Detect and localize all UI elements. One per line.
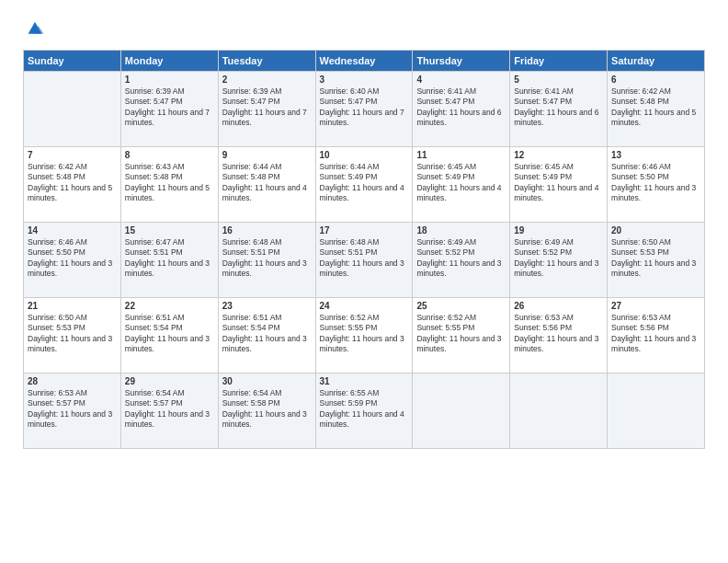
calendar-cell: 18Sunrise: 6:49 AMSunset: 5:52 PMDayligh… — [413, 223, 510, 298]
day-number: 30 — [222, 376, 312, 386]
day-info: Sunrise: 6:41 AMSunset: 5:47 PMDaylight:… — [514, 86, 603, 129]
day-info: Sunrise: 6:54 AMSunset: 5:58 PMDaylight:… — [222, 388, 312, 431]
day-number: 29 — [125, 376, 214, 386]
day-number: 12 — [514, 150, 603, 160]
day-number: 1 — [125, 75, 214, 85]
day-info: Sunrise: 6:53 AMSunset: 5:57 PMDaylight:… — [28, 388, 117, 431]
day-info: Sunrise: 6:45 AMSunset: 5:49 PMDaylight:… — [416, 162, 506, 204]
logo — [23, 18, 45, 42]
calendar-cell: 2Sunrise: 6:39 AMSunset: 5:47 PMDaylight… — [218, 72, 315, 147]
day-info: Sunrise: 6:52 AMSunset: 5:55 PMDaylight:… — [320, 313, 409, 355]
calendar-cell: 4Sunrise: 6:41 AMSunset: 5:47 PMDaylight… — [413, 72, 510, 147]
calendar-cell: 8Sunrise: 6:43 AMSunset: 5:48 PMDaylight… — [120, 147, 218, 223]
day-number: 2 — [222, 75, 312, 85]
calendar-cell: 15Sunrise: 6:47 AMSunset: 5:51 PMDayligh… — [120, 223, 218, 298]
page: SundayMondayTuesdayWednesdayThursdayFrid… — [0, 0, 728, 563]
day-info: Sunrise: 6:46 AMSunset: 5:50 PMDaylight:… — [611, 162, 700, 204]
calendar-cell: 3Sunrise: 6:40 AMSunset: 5:47 PMDaylight… — [315, 72, 413, 147]
day-info: Sunrise: 6:39 AMSunset: 5:47 PMDaylight:… — [222, 86, 312, 129]
day-info: Sunrise: 6:49 AMSunset: 5:52 PMDaylight:… — [514, 237, 603, 280]
week-row-1: 1Sunrise: 6:39 AMSunset: 5:47 PMDaylight… — [24, 72, 705, 147]
day-info: Sunrise: 6:53 AMSunset: 5:56 PMDaylight:… — [611, 313, 700, 355]
day-info: Sunrise: 6:48 AMSunset: 5:51 PMDaylight:… — [222, 237, 312, 280]
day-info: Sunrise: 6:51 AMSunset: 5:54 PMDaylight:… — [222, 313, 312, 355]
day-info: Sunrise: 6:55 AMSunset: 5:59 PMDaylight:… — [320, 388, 409, 431]
calendar-cell: 1Sunrise: 6:39 AMSunset: 5:47 PMDaylight… — [120, 72, 218, 147]
day-info: Sunrise: 6:39 AMSunset: 5:47 PMDaylight:… — [125, 86, 214, 129]
calendar-cell: 10Sunrise: 6:44 AMSunset: 5:49 PMDayligh… — [315, 147, 413, 223]
day-number: 15 — [125, 225, 214, 236]
day-number: 7 — [28, 150, 117, 160]
day-info: Sunrise: 6:54 AMSunset: 5:57 PMDaylight:… — [125, 388, 214, 431]
calendar-cell: 28Sunrise: 6:53 AMSunset: 5:57 PMDayligh… — [24, 373, 121, 449]
calendar-cell: 20Sunrise: 6:50 AMSunset: 5:53 PMDayligh… — [608, 223, 705, 298]
calendar-cell: 11Sunrise: 6:45 AMSunset: 5:49 PMDayligh… — [413, 147, 510, 223]
day-number: 17 — [320, 225, 409, 236]
calendar-table: SundayMondayTuesdayWednesdayThursdayFrid… — [23, 50, 705, 449]
calendar-cell: 5Sunrise: 6:41 AMSunset: 5:47 PMDaylight… — [510, 72, 608, 147]
calendar-cell: 12Sunrise: 6:45 AMSunset: 5:49 PMDayligh… — [510, 147, 608, 223]
day-info: Sunrise: 6:44 AMSunset: 5:48 PMDaylight:… — [222, 162, 312, 204]
day-info: Sunrise: 6:43 AMSunset: 5:48 PMDaylight:… — [125, 162, 214, 204]
day-info: Sunrise: 6:50 AMSunset: 5:53 PMDaylight:… — [611, 237, 700, 280]
calendar-cell: 24Sunrise: 6:52 AMSunset: 5:55 PMDayligh… — [315, 298, 413, 373]
day-number: 20 — [611, 225, 700, 236]
week-row-3: 14Sunrise: 6:46 AMSunset: 5:50 PMDayligh… — [24, 223, 705, 298]
day-number: 14 — [28, 225, 117, 236]
calendar-cell — [510, 373, 608, 449]
day-header-sunday: Sunday — [24, 51, 121, 72]
header-row: SundayMondayTuesdayWednesdayThursdayFrid… — [24, 51, 705, 72]
calendar-cell: 7Sunrise: 6:42 AMSunset: 5:48 PMDaylight… — [24, 147, 121, 223]
day-info: Sunrise: 6:42 AMSunset: 5:48 PMDaylight:… — [28, 162, 117, 204]
day-number: 28 — [28, 376, 117, 386]
calendar-cell: 6Sunrise: 6:42 AMSunset: 5:48 PMDaylight… — [608, 72, 705, 147]
calendar-cell: 19Sunrise: 6:49 AMSunset: 5:52 PMDayligh… — [510, 223, 608, 298]
day-number: 3 — [320, 75, 409, 85]
calendar-cell: 13Sunrise: 6:46 AMSunset: 5:50 PMDayligh… — [608, 147, 705, 223]
calendar-cell: 27Sunrise: 6:53 AMSunset: 5:56 PMDayligh… — [608, 298, 705, 373]
day-info: Sunrise: 6:51 AMSunset: 5:54 PMDaylight:… — [125, 313, 214, 355]
day-info: Sunrise: 6:45 AMSunset: 5:49 PMDaylight:… — [514, 162, 603, 204]
day-info: Sunrise: 6:47 AMSunset: 5:51 PMDaylight:… — [125, 237, 214, 280]
day-header-tuesday: Tuesday — [218, 51, 315, 72]
calendar-cell: 29Sunrise: 6:54 AMSunset: 5:57 PMDayligh… — [120, 373, 218, 449]
calendar-cell: 14Sunrise: 6:46 AMSunset: 5:50 PMDayligh… — [24, 223, 121, 298]
day-number: 18 — [416, 225, 506, 236]
day-number: 10 — [320, 150, 409, 160]
day-header-saturday: Saturday — [608, 51, 705, 72]
calendar-cell — [413, 373, 510, 449]
calendar-cell: 17Sunrise: 6:48 AMSunset: 5:51 PMDayligh… — [315, 223, 413, 298]
day-info: Sunrise: 6:53 AMSunset: 5:56 PMDaylight:… — [514, 313, 603, 355]
header — [23, 18, 705, 42]
day-number: 21 — [28, 301, 117, 311]
calendar-cell: 22Sunrise: 6:51 AMSunset: 5:54 PMDayligh… — [120, 298, 218, 373]
calendar-cell: 9Sunrise: 6:44 AMSunset: 5:48 PMDaylight… — [218, 147, 315, 223]
day-info: Sunrise: 6:40 AMSunset: 5:47 PMDaylight:… — [320, 86, 409, 129]
day-header-thursday: Thursday — [413, 51, 510, 72]
day-info: Sunrise: 6:49 AMSunset: 5:52 PMDaylight:… — [416, 237, 506, 280]
day-number: 8 — [125, 150, 214, 160]
day-number: 25 — [416, 301, 506, 311]
calendar-cell: 21Sunrise: 6:50 AMSunset: 5:53 PMDayligh… — [24, 298, 121, 373]
day-number: 19 — [514, 225, 603, 236]
day-number: 13 — [611, 150, 700, 160]
day-number: 11 — [416, 150, 506, 160]
day-number: 27 — [611, 301, 700, 311]
logo-icon — [25, 18, 45, 39]
day-number: 22 — [125, 301, 214, 311]
calendar-cell — [24, 72, 121, 147]
day-info: Sunrise: 6:52 AMSunset: 5:55 PMDaylight:… — [416, 313, 506, 355]
calendar-cell: 16Sunrise: 6:48 AMSunset: 5:51 PMDayligh… — [218, 223, 315, 298]
day-number: 24 — [320, 301, 409, 311]
day-info: Sunrise: 6:48 AMSunset: 5:51 PMDaylight:… — [320, 237, 409, 280]
day-number: 6 — [611, 75, 700, 85]
day-number: 31 — [320, 376, 409, 386]
day-info: Sunrise: 6:42 AMSunset: 5:48 PMDaylight:… — [611, 86, 700, 129]
day-number: 16 — [222, 225, 312, 236]
week-row-4: 21Sunrise: 6:50 AMSunset: 5:53 PMDayligh… — [24, 298, 705, 373]
day-header-wednesday: Wednesday — [315, 51, 413, 72]
week-row-2: 7Sunrise: 6:42 AMSunset: 5:48 PMDaylight… — [24, 147, 705, 223]
day-header-monday: Monday — [120, 51, 218, 72]
day-info: Sunrise: 6:50 AMSunset: 5:53 PMDaylight:… — [28, 313, 117, 355]
day-number: 26 — [514, 301, 603, 311]
